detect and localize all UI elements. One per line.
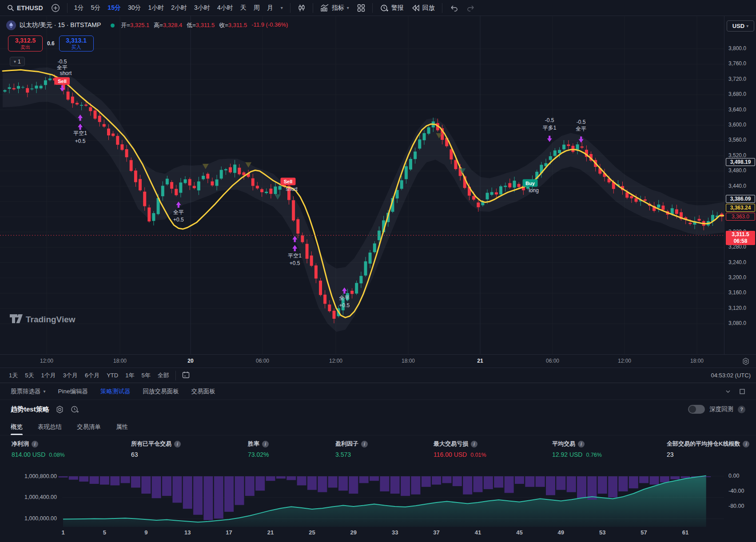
svg-text:25: 25 — [309, 529, 315, 536]
undo-button[interactable] — [446, 2, 462, 14]
currency-selector[interactable]: USD ▾ — [727, 20, 754, 32]
strategy-status-dot[interactable] — [111, 24, 115, 28]
time-tick: 12:00 — [611, 358, 638, 364]
interval-2h[interactable]: 2小时 — [168, 2, 190, 14]
price-chart-canvas[interactable]: -0.5全平shortSell平空1+0.5全平+0.5Sellshort平空1… — [0, 16, 724, 354]
maximize-panel-icon[interactable] — [739, 388, 745, 395]
tab-trading-panel[interactable]: 交易面板 — [191, 388, 215, 396]
sell-button[interactable]: 3,312.5 卖出 — [8, 36, 43, 51]
tab-replay-trading[interactable]: 回放交易面板 — [143, 388, 179, 396]
svg-text:-0.5: -0.5 — [577, 119, 586, 125]
svg-text:-0.5: -0.5 — [58, 59, 67, 65]
interval-5m[interactable]: 5分 — [88, 2, 104, 14]
subtab-properties[interactable]: 属性 — [116, 419, 128, 435]
interval-1m[interactable]: 1分 — [71, 2, 87, 14]
info-icon[interactable]: i — [578, 441, 585, 447]
strategy-stats-row: 净利润i814.00 USD0.08%所有已平仓交易i63胜率i73.02%盈利… — [0, 435, 756, 465]
info-icon[interactable]: i — [174, 441, 181, 447]
alert-button[interactable]: 警报 — [376, 2, 407, 14]
svg-text:49: 49 — [558, 529, 564, 536]
svg-text:9: 9 — [144, 529, 147, 536]
compare-add-button[interactable] — [48, 2, 64, 14]
strategy-alert-icon[interactable] — [70, 405, 79, 414]
svg-text:Buy: Buy — [525, 181, 535, 186]
range-3m[interactable]: 3个月 — [60, 370, 81, 381]
drawdown-axis-label: -80.00 — [728, 503, 744, 509]
axis-settings-gear-icon[interactable] — [742, 357, 750, 367]
chart-style-button[interactable] — [294, 2, 309, 14]
tab-screener[interactable]: 股票筛选器 ▾ — [11, 388, 46, 396]
price-tick: 3,440.0 — [726, 183, 753, 189]
interval-dropdown-button[interactable]: ▾ — [277, 2, 286, 14]
interval-1d[interactable]: 天 — [237, 2, 250, 14]
indicators-button[interactable]: 指标 ▾ — [317, 2, 353, 14]
strategy-settings-gear-icon[interactable] — [56, 405, 64, 414]
range-1y[interactable]: 1年 — [122, 370, 138, 381]
strategy-chart-canvas[interactable]: 15913172125293337414549535761 — [0, 465, 756, 538]
symbol-search-button[interactable]: ETHUSD — [4, 2, 47, 14]
interval-1mo[interactable]: 月 — [264, 2, 276, 14]
interval-30m[interactable]: 30分 — [125, 2, 144, 14]
strategy-chart[interactable]: 15913172125293337414549535761 1,000,800.… — [0, 465, 756, 538]
info-icon[interactable]: i — [32, 441, 38, 447]
strategy-subtabs: 概览 表现总结 交易清单 属性 — [0, 419, 756, 435]
tab-pine-editor[interactable]: Pine编辑器 — [58, 388, 88, 396]
interval-3h[interactable]: 3小时 — [191, 2, 213, 14]
svg-text:平空1: 平空1 — [288, 253, 302, 259]
quantity-value: 1 — [18, 59, 21, 65]
replay-button[interactable]: 回放 — [408, 2, 438, 14]
panel-tab-bar: 股票筛选器 ▾ Pine编辑器 策略测试器 回放交易面板 交易面板 — [0, 383, 756, 400]
range-divider — [175, 371, 176, 380]
chevron-down-icon: ▾ — [746, 24, 748, 28]
drawdown-axis-label: 0.00 — [728, 473, 739, 479]
utc-clock[interactable]: 04:53:02 (UTC) — [711, 372, 751, 379]
price-label-box: 3,386.09 — [726, 195, 755, 203]
strategy-title-row: 趋势test策略 深度回测 ? — [0, 400, 756, 419]
info-icon[interactable]: i — [361, 441, 368, 447]
buy-button[interactable]: 3,313.1 买入 — [59, 36, 94, 51]
equity-axis-label: 1,000,000.00 — [4, 515, 57, 522]
price-tick: 3,240.0 — [726, 259, 753, 265]
stat-所有已平仓交易: 所有已平仓交易i63 — [131, 440, 181, 458]
interval-15m[interactable]: 15分 — [104, 2, 124, 14]
range-1d[interactable]: 1天 — [5, 370, 21, 381]
range-6m[interactable]: 6个月 — [81, 370, 103, 381]
interval-1h[interactable]: 1小时 — [145, 2, 167, 14]
candlestick-style-icon — [298, 4, 306, 12]
quantity-chip[interactable]: ▾ 1 — [10, 57, 25, 66]
subtab-trades[interactable]: 交易清单 — [77, 419, 101, 435]
deep-backtest-toggle[interactable] — [688, 405, 705, 414]
help-icon[interactable]: ? — [738, 406, 745, 413]
tab-strategy-tester[interactable]: 策略测试器 — [100, 388, 131, 396]
interval-4h[interactable]: 4小时 — [214, 2, 236, 14]
range-1m[interactable]: 1个月 — [37, 370, 59, 381]
interval-1w[interactable]: 周 — [251, 2, 263, 14]
svg-text:全平: 全平 — [339, 295, 350, 301]
svg-text:29: 29 — [350, 529, 357, 536]
subtab-overview[interactable]: 概览 — [11, 419, 23, 435]
range-5d[interactable]: 5天 — [21, 370, 37, 381]
info-icon[interactable]: i — [471, 441, 477, 447]
range-5y[interactable]: 5年 — [138, 370, 154, 381]
symbol-title[interactable]: 以太坊/美元 · 15 · BITSTAMP — [20, 21, 101, 29]
time-axis[interactable]: 12:0018:002006:0012:0018:002106:0012:001… — [0, 354, 756, 368]
layout-grid-button[interactable] — [354, 2, 369, 14]
stat-盈利因子: 盈利因子i3.573 — [335, 440, 368, 458]
go-to-date-button[interactable] — [179, 370, 193, 381]
toolbar-divider — [442, 3, 442, 13]
price-tick: 3,080.0 — [726, 320, 753, 326]
layout-grid-icon — [357, 4, 365, 12]
range-all[interactable]: 全部 — [154, 370, 173, 381]
price-axis[interactable]: USD ▾ 3,800.03,760.03,720.03,680.03,640.… — [724, 16, 756, 354]
collapse-panel-icon[interactable] — [725, 388, 731, 395]
svg-text:57: 57 — [641, 529, 647, 536]
range-ytd[interactable]: YTD — [103, 371, 122, 380]
svg-text:17: 17 — [226, 529, 232, 536]
info-icon[interactable]: i — [262, 441, 269, 447]
price-chart-pane[interactable]: -0.5全平shortSell平空1+0.5全平+0.5Sellshort平空1… — [0, 16, 724, 354]
info-icon[interactable]: i — [743, 441, 749, 447]
redo-button[interactable] — [463, 2, 479, 14]
indicators-label: 指标 — [332, 4, 344, 12]
subtab-performance[interactable]: 表现总结 — [38, 419, 62, 435]
svg-text:+0.5: +0.5 — [339, 302, 350, 309]
